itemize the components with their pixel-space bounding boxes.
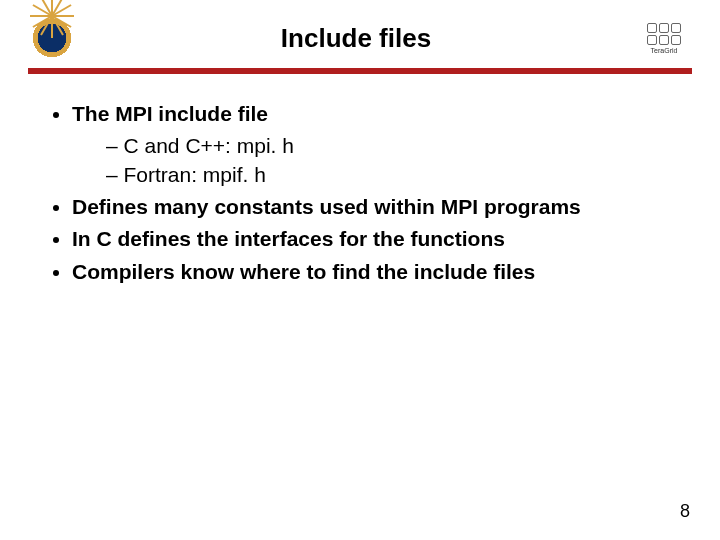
teragrid-icon: TeraGrid (638, 18, 690, 58)
sub-bullet-item: C and C++: mpi. h (106, 132, 686, 160)
bullet-item: Defines many constants used within MPI p… (72, 193, 686, 221)
bullet-list-2: Defines many constants used within MPI p… (34, 193, 686, 286)
teragrid-logo: TeraGrid (636, 14, 692, 62)
page-number: 8 (680, 501, 690, 522)
slide-body: The MPI include file C and C++: mpi. h F… (28, 74, 692, 286)
bullet-text: The MPI include file (72, 102, 268, 125)
nsf-seal-icon (30, 16, 74, 60)
bullet-item: In C defines the interfaces for the func… (72, 225, 686, 253)
slide: Include files TeraGrid The MPI include f… (0, 0, 720, 540)
teragrid-label: TeraGrid (651, 47, 678, 54)
nsf-logo (28, 14, 76, 62)
bullet-item: Compilers know where to find the include… (72, 258, 686, 286)
header-row: Include files TeraGrid (28, 12, 692, 64)
sub-bullet-item: Fortran: mpif. h (106, 161, 686, 189)
bullet-item: The MPI include file C and C++: mpi. h F… (72, 100, 686, 189)
slide-title: Include files (76, 23, 636, 54)
sub-bullet-list: C and C++: mpi. h Fortran: mpif. h (72, 132, 686, 189)
bullet-list-1: The MPI include file C and C++: mpi. h F… (34, 100, 686, 189)
